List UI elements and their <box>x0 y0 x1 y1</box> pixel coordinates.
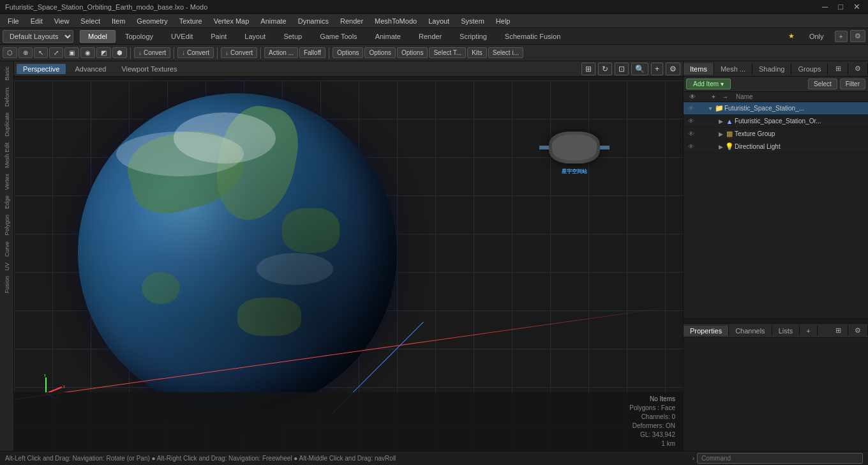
layout-tab-layout[interactable]: Layout <box>236 30 274 43</box>
sidebar-polygon[interactable]: Polygon <box>3 212 11 238</box>
props-tab-lists[interactable]: Lists <box>772 326 800 336</box>
menu-item-dynamics[interactable]: Dynamics <box>293 16 334 26</box>
menu-item-vertex map[interactable]: Vertex Map <box>209 16 255 26</box>
tree-scrollbar[interactable] <box>684 318 868 323</box>
expand-mesh[interactable]: ▶ <box>717 118 724 125</box>
layout-tab-uvedit[interactable]: UVEdit <box>163 30 201 43</box>
vp-frame-btn[interactable]: ⊞ <box>581 63 595 75</box>
maximize-button[interactable]: □ <box>835 2 846 11</box>
layout-tab-paint[interactable]: Paint <box>202 30 235 43</box>
action-btn[interactable]: Action ... <box>264 47 298 58</box>
viewport-area[interactable]: Perspective Advanced Viewport Textures ⊞… <box>14 61 683 451</box>
sidebar-edge[interactable]: Edge <box>3 193 11 211</box>
tool-btn-5[interactable]: ◉ <box>80 47 95 58</box>
panel-expand-btn[interactable]: ⊞ <box>829 63 848 75</box>
extra-btn-5[interactable]: Select i... <box>488 47 523 58</box>
sidebar-duplicate[interactable]: Duplicate <box>3 110 11 139</box>
vp-rotate-btn[interactable]: ↻ <box>598 63 612 75</box>
panel-settings-btn[interactable]: ⚙ <box>848 63 868 75</box>
vp-tab-textures[interactable]: Viewport Textures <box>115 64 183 74</box>
tool-btn-6[interactable]: ◩ <box>96 47 111 58</box>
vp-plus-btn[interactable]: + <box>651 63 663 75</box>
menu-item-select[interactable]: Select <box>75 16 105 26</box>
menu-item-item[interactable]: Item <box>107 16 130 26</box>
filter-button[interactable]: Filter <box>840 79 865 89</box>
tool-btn-2[interactable]: ↖ <box>34 47 48 58</box>
close-button[interactable]: ✕ <box>851 2 863 11</box>
eye-icon-mesh[interactable]: 👁 <box>686 118 696 125</box>
convert-btn-1[interactable]: ↓Convert <box>177 47 214 58</box>
layout-tab-animate[interactable]: Animate <box>367 30 409 43</box>
sidebar-basic[interactable]: Basic <box>3 64 11 83</box>
convert-btn-2[interactable]: ↓Convert <box>221 47 257 58</box>
tool-btn-0[interactable]: ⬡ <box>3 47 17 58</box>
menu-item-file[interactable]: File <box>3 16 24 26</box>
props-expand-btn[interactable]: ⊞ <box>829 325 848 336</box>
vp-fit-btn[interactable]: ⊡ <box>615 63 629 75</box>
sidebar-vertex[interactable]: Vertex <box>3 171 11 193</box>
select-button[interactable]: Select <box>808 79 837 89</box>
tree-item-mesh[interactable]: 👁 ▶ ▲ Futuristic_Space_Station_Or... <box>684 115 868 128</box>
tool-btn-7[interactable]: ⬢ <box>112 47 127 58</box>
sidebar-deform[interactable]: Deform. <box>3 84 11 109</box>
sidebar-mesh-edit[interactable]: Mesh Edit <box>3 140 11 171</box>
menu-item-geometry[interactable]: Geometry <box>131 16 172 26</box>
extra-btn-2[interactable]: Options <box>397 47 428 58</box>
props-tab-channels[interactable]: Channels <box>729 326 772 336</box>
props-tab-plus[interactable]: + <box>800 326 817 336</box>
sidebar-uv[interactable]: UV <box>3 260 11 273</box>
scene-tree[interactable]: 👁 ▼ 📁 Futuristic_Space_Station_... 👁 ▶ ▲… <box>684 102 868 318</box>
vp-settings-btn[interactable]: ⚙ <box>666 63 680 75</box>
tree-item-light[interactable]: 👁 ▶ 💡 Directional Light <box>684 141 868 153</box>
props-settings-btn[interactable]: ⚙ <box>848 325 868 336</box>
menu-item-edit[interactable]: Edit <box>26 16 48 26</box>
expand-light[interactable]: ▶ <box>717 144 724 150</box>
tool-btn-4[interactable]: ▣ <box>64 47 79 58</box>
tool-btn-3[interactable]: ⤢ <box>49 47 63 58</box>
menu-item-system[interactable]: System <box>456 16 490 26</box>
sidebar-curve[interactable]: Curve <box>3 239 11 259</box>
minimize-button[interactable]: ─ <box>819 2 830 11</box>
layout-settings-button[interactable]: ⚙ <box>850 30 865 42</box>
extra-btn-0[interactable]: Options <box>333 47 363 58</box>
layout-plus-button[interactable]: + <box>835 31 848 42</box>
menu-item-view[interactable]: View <box>49 16 75 26</box>
layout-tab-render[interactable]: Render <box>410 30 450 43</box>
layout-tab-topology[interactable]: Topology <box>117 30 161 43</box>
expand-texgrp[interactable]: ▶ <box>717 131 724 137</box>
command-input[interactable] <box>697 453 863 464</box>
props-tab-properties[interactable]: Properties <box>684 326 729 336</box>
tree-item-texgrp[interactable]: 👁 ▶ ▦ Texture Group <box>684 128 868 141</box>
layout-tab-scripting[interactable]: Scripting <box>451 30 495 43</box>
eye-icon-root[interactable]: 👁 <box>686 105 696 112</box>
sidebar-fusion[interactable]: Fusion <box>3 273 11 296</box>
panel-tab-shading[interactable]: Shading <box>752 63 791 75</box>
layout-tab-game-tools[interactable]: Game Tools <box>311 30 366 43</box>
panel-tab-items[interactable]: Items <box>684 63 714 75</box>
expand-root[interactable]: ▼ <box>707 105 714 112</box>
layout-dropdown[interactable]: Default Layouts <box>3 30 73 43</box>
panel-tab-mesh[interactable]: Mesh ... <box>714 63 752 75</box>
star-button[interactable]: ★ <box>784 31 798 42</box>
eye-icon-texgrp[interactable]: 👁 <box>686 130 696 137</box>
menu-item-layout[interactable]: Layout <box>423 16 454 26</box>
panel-tab-groups[interactable]: Groups <box>791 63 828 75</box>
tree-item-root[interactable]: 👁 ▼ 📁 Futuristic_Space_Station_... <box>684 102 868 115</box>
convert-btn-0[interactable]: ↓Convert <box>134 47 170 58</box>
extra-btn-3[interactable]: Select T... <box>429 47 466 58</box>
vp-search-btn[interactable]: 🔍 <box>631 63 648 75</box>
menu-item-animate[interactable]: Animate <box>255 16 291 26</box>
add-item-button[interactable]: Add Item ▾ <box>686 79 731 89</box>
menu-item-render[interactable]: Render <box>335 16 368 26</box>
extra-btn-1[interactable]: Options <box>364 47 395 58</box>
vp-tab-perspective[interactable]: Perspective <box>17 64 66 74</box>
falloff-btn[interactable]: Falloff <box>299 47 326 58</box>
layout-tab-schematic-fusion[interactable]: Schematic Fusion <box>497 30 569 43</box>
menu-item-texture[interactable]: Texture <box>174 16 207 26</box>
eye-icon-light[interactable]: 👁 <box>686 143 696 150</box>
only-button[interactable]: Only <box>801 30 832 43</box>
menu-item-meshtomodo[interactable]: MeshToModo <box>370 16 422 26</box>
tool-btn-1[interactable]: ⊕ <box>19 47 33 58</box>
layout-tab-model[interactable]: Model <box>80 30 116 43</box>
vp-tab-advanced[interactable]: Advanced <box>68 64 112 74</box>
